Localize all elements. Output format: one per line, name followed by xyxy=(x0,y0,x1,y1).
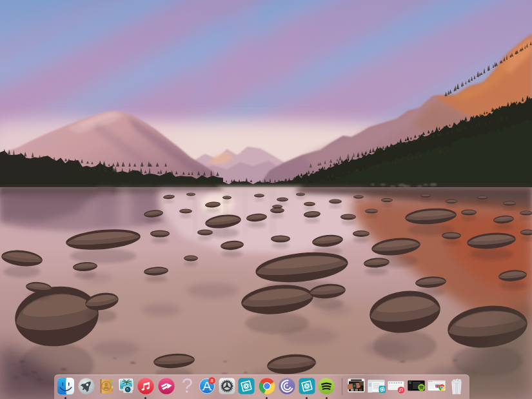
svg-text:8: 8 xyxy=(210,378,213,384)
